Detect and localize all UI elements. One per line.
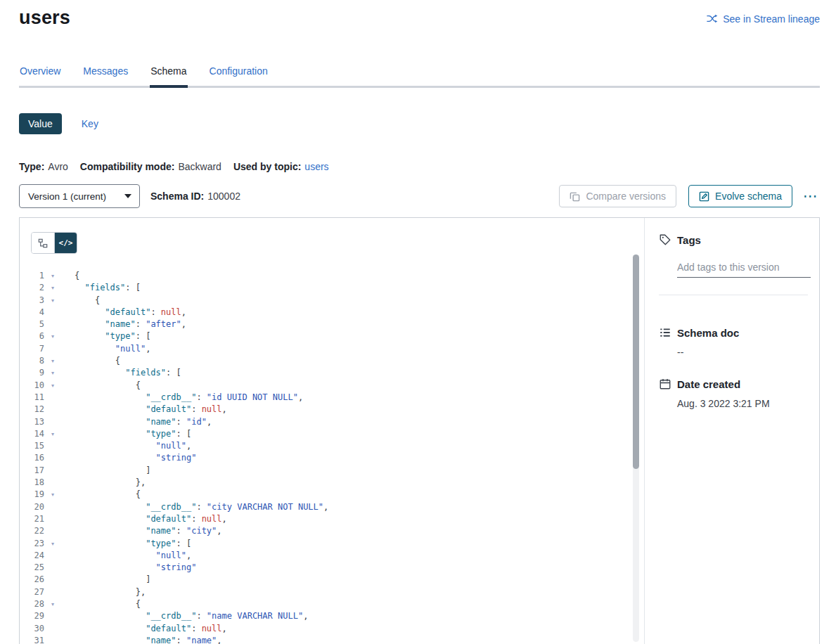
calendar-icon xyxy=(659,378,671,390)
value-toggle-button[interactable]: Value xyxy=(19,113,62,134)
fold-arrow-icon[interactable]: ▾ xyxy=(48,367,58,379)
fold-arrow-icon[interactable]: ▾ xyxy=(48,489,58,501)
line-number: 17 xyxy=(31,465,44,477)
value-key-toggle: Value Key xyxy=(19,113,820,134)
page-title: users xyxy=(19,7,70,29)
line-number: 6 xyxy=(31,330,44,342)
fold-arrow-icon[interactable]: ▾ xyxy=(48,295,58,307)
line-number: 27 xyxy=(31,586,44,598)
tab-configuration[interactable]: Configuration xyxy=(209,64,269,86)
fold-arrow-icon[interactable]: ▾ xyxy=(48,380,58,392)
code-line: 27 }, xyxy=(31,586,644,598)
fold-spacer xyxy=(48,465,58,477)
code-line: 4 "default": null, xyxy=(31,307,644,318)
fold-arrow-icon[interactable]: ▾ xyxy=(48,330,58,342)
version-select[interactable]: Version 1 (current) xyxy=(19,184,140,208)
code-text: }, xyxy=(75,477,146,489)
code-text: "default": null, xyxy=(75,513,227,525)
line-number: 23 xyxy=(31,538,44,550)
fold-spacer xyxy=(48,513,58,525)
topic-link[interactable]: users xyxy=(304,161,328,172)
tab-overview[interactable]: Overview xyxy=(19,64,61,86)
code-line: 24 "null", xyxy=(31,550,644,562)
compare-versions-button[interactable]: Compare versions xyxy=(559,185,676,207)
tab-bar: Overview Messages Schema Configuration xyxy=(19,64,820,88)
code-text: "name": "name", xyxy=(75,635,222,644)
code-text: "type": [ xyxy=(75,330,150,342)
code-text: "name": "city", xyxy=(75,525,222,537)
code-view-icon: </> xyxy=(59,238,73,247)
line-number: 7 xyxy=(31,343,44,355)
line-number: 3 xyxy=(31,295,44,307)
code-line: 22 "name": "city", xyxy=(31,525,644,537)
code-line: 29 "__crdb__": "name VARCHAR NULL", xyxy=(31,610,644,622)
code-text: "string" xyxy=(75,562,196,574)
code-text: "default": null, xyxy=(75,404,227,416)
fold-spacer xyxy=(48,404,58,416)
code-line: 12 "default": null, xyxy=(31,404,644,416)
fold-spacer xyxy=(48,318,58,330)
line-number: 5 xyxy=(31,318,44,330)
page: users See in Stream lineage Overview Mes… xyxy=(0,0,836,644)
tree-view-button[interactable] xyxy=(32,233,54,253)
fold-spacer xyxy=(48,525,58,537)
code-line: 7 "null", xyxy=(31,343,644,355)
line-number: 19 xyxy=(31,489,44,501)
code-text: "fields": [ xyxy=(75,282,141,294)
line-number: 11 xyxy=(31,392,44,404)
code-line: 17 ] xyxy=(31,465,644,477)
schema-doc-section: Schema doc -- xyxy=(659,326,808,358)
code-line: 25 "string" xyxy=(31,562,644,574)
line-number: 10 xyxy=(31,380,44,392)
code-text: "default": null, xyxy=(75,307,186,318)
code-line: 14▾ "type": [ xyxy=(31,428,644,440)
code-view-button[interactable]: </> xyxy=(54,233,77,253)
code-line: 28▾ { xyxy=(31,598,644,610)
tab-messages[interactable]: Messages xyxy=(82,64,129,86)
evolve-schema-label: Evolve schema xyxy=(715,191,782,202)
schema-doc-title: Schema doc xyxy=(677,327,739,339)
fold-spacer xyxy=(48,623,58,635)
code-line: 1▾{ xyxy=(31,270,644,282)
line-number: 29 xyxy=(31,610,44,622)
tags-input[interactable] xyxy=(677,260,811,278)
stream-lineage-icon xyxy=(706,13,718,25)
line-number: 4 xyxy=(31,307,44,318)
schema-id-value: 100002 xyxy=(207,191,240,202)
line-number: 21 xyxy=(31,513,44,525)
code-text: ] xyxy=(75,574,150,586)
fold-arrow-icon[interactable]: ▾ xyxy=(48,355,58,367)
tab-schema[interactable]: Schema xyxy=(150,64,187,88)
schema-editor: </> 1▾{2▾ "fields": [3▾ {4 "default": nu… xyxy=(20,218,644,644)
tags-header: Tags xyxy=(659,233,808,246)
edit-icon xyxy=(699,191,709,202)
fold-arrow-icon[interactable]: ▾ xyxy=(48,270,58,282)
editor-scrollbar-thumb[interactable] xyxy=(633,255,639,469)
fold-arrow-icon[interactable]: ▾ xyxy=(48,538,58,550)
code-line: 20 "__crdb__": "city VARCHAR NOT NULL", xyxy=(31,501,644,513)
editor-scrollbar[interactable] xyxy=(633,255,639,642)
code-text: { xyxy=(75,270,79,282)
date-created-section: Date created Aug. 3 2022 3:21 PM xyxy=(659,378,808,409)
stream-lineage-link[interactable]: See in Stream lineage xyxy=(706,13,820,25)
fold-spacer xyxy=(48,574,58,586)
meta-topic: Used by topic: users xyxy=(233,161,329,172)
fold-spacer xyxy=(48,635,58,644)
fold-spacer xyxy=(48,477,58,489)
more-options-button[interactable]: ⋯ xyxy=(802,188,820,204)
fold-spacer xyxy=(48,550,58,562)
code-line: 11 "__crdb__": "id UUID NOT NULL", xyxy=(31,392,644,404)
fold-arrow-icon[interactable]: ▾ xyxy=(48,428,58,440)
key-toggle-button[interactable]: Key xyxy=(82,118,98,129)
chevron-down-icon xyxy=(124,194,131,198)
code-line: 6▾ "type": [ xyxy=(31,330,644,342)
fold-arrow-icon[interactable]: ▾ xyxy=(48,598,58,610)
evolve-schema-button[interactable]: Evolve schema xyxy=(688,185,792,207)
fold-arrow-icon[interactable]: ▾ xyxy=(48,282,58,294)
code-text: "null", xyxy=(75,550,191,562)
fold-spacer xyxy=(48,452,58,464)
code-text: { xyxy=(75,380,141,392)
line-number: 18 xyxy=(31,477,44,489)
compatibility-label: Compatibility mode: xyxy=(80,161,175,172)
schema-doc-header: Schema doc xyxy=(659,326,808,339)
